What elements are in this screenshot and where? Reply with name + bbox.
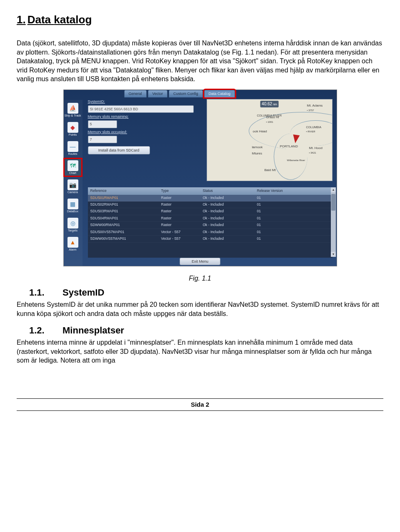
tab-bar: GeneralVectorCustom ConfigData Catalog — [124, 90, 235, 97]
catalog-form-panel: SystemID: SI 981E 425E 560A 6613 BD Memo… — [88, 99, 198, 154]
heading-1: 1.Data katalog — [17, 12, 383, 27]
map-label: lamook — [252, 145, 263, 150]
table-cell: SDUS03RMAP01 — [90, 209, 161, 214]
sidebar-item-label: Ship & Track — [65, 114, 81, 117]
map-preview[interactable]: 40.62 nm Mt. Adams• 3757COLUMBIA RIVERGr… — [207, 99, 332, 181]
chart-data-table[interactable]: ReferenceTypeStatusRelease Version SDUS0… — [88, 187, 332, 258]
table-cell: SDWW00VS57MAP01 — [90, 236, 161, 241]
ship-track-icon: ⛵ — [68, 103, 78, 114]
table-row[interactable]: SDWW00VS57MAP01Vector - S57Ok - Included… — [88, 236, 332, 242]
scroll-down-icon[interactable]: ▾ — [331, 252, 336, 257]
mem-occupied-label: Memory slots occupied: — [88, 129, 198, 134]
sidebar-item-label: Alarm — [69, 248, 76, 251]
table-cell: Raster — [161, 216, 203, 221]
table-row[interactable]: SDUS04RMAP01RasterOk - Included01 — [88, 215, 332, 222]
heading-1-word-a: Data — [28, 13, 51, 26]
map-label: PORTLAND — [280, 144, 298, 149]
scroll-up-icon[interactable]: ▴ — [331, 187, 336, 192]
figure-1-1-screenshot: GeneralVectorCustom ConfigData Catalog ⛵… — [63, 89, 337, 266]
table-scrollbar[interactable]: ▴ ▾ — [331, 187, 336, 257]
map-label: Willamette River — [287, 159, 305, 162]
sidebar-item-targets[interactable]: ◎Targets — [64, 216, 82, 234]
sidebar-item-label: Targets — [68, 229, 78, 232]
targets-icon: ◎ — [68, 218, 78, 229]
table-header-cell[interactable]: Release Version — [257, 189, 330, 193]
table-cell: Vector - S57 — [161, 236, 203, 241]
routes-icon: — — [68, 141, 78, 152]
section-1-2-body: Enhetens interna minne är uppdelat i "mi… — [17, 338, 383, 365]
table-cell: SDWW00RMAP01 — [90, 223, 161, 227]
table-cell: 01 — [257, 209, 330, 214]
table-cell: Ok - Included — [203, 202, 257, 207]
mem-occupied-field[interactable]: 7 — [88, 136, 117, 143]
map-scale-unit: nm — [273, 102, 277, 106]
sidebar-item-label: Points — [69, 133, 77, 136]
mem-remaining-label: Memory slots remaining: — [88, 114, 198, 119]
sidebar-item-label: DataBox — [67, 210, 78, 213]
table-cell: SDUS00VS57MAP01 — [90, 230, 161, 234]
sidebar-item-camera[interactable]: 📷Camera — [64, 177, 82, 196]
heading-1-1-number: 1.1. — [29, 286, 62, 299]
table-cell: Ok - Included — [203, 209, 257, 214]
tab-data-catalog[interactable]: Data Catalog — [204, 90, 235, 97]
section-1-1-body: Enhetens SystemID är det unika nummer på… — [17, 300, 383, 318]
table-cell: Ok - Included — [203, 223, 257, 227]
table-row[interactable]: SDUS01RMAP01RasterOk - Included01 — [88, 195, 332, 201]
table-header-cell[interactable]: Type — [161, 189, 203, 193]
table-header-cell[interactable]: Reference — [90, 189, 161, 193]
heading-1-word-b: katalog — [54, 13, 92, 26]
install-from-sdcard-button[interactable]: Install data from SDCard — [88, 146, 150, 154]
tab-general[interactable]: General — [124, 90, 147, 97]
table-cell: Raster — [161, 202, 203, 207]
sidebar-item-databox[interactable]: ▦DataBox — [64, 196, 82, 215]
table-cell: 01 — [257, 230, 330, 234]
table-row[interactable]: SDUS03RMAP01RasterOk - Included01 — [88, 208, 332, 215]
tab-vector[interactable]: Vector — [148, 90, 168, 97]
map-label: Mt. Hood• 3421 — [309, 146, 322, 155]
map-scale-value: 40.62 — [262, 101, 272, 107]
table-header-cell[interactable]: Status — [203, 189, 257, 193]
sidebar-item-alarm[interactable]: ▲Alarm — [64, 235, 82, 253]
sidebar-item-label: Camera — [68, 191, 78, 194]
table-cell: 01 — [257, 202, 330, 207]
table-cell: Raster — [161, 209, 203, 214]
sidebar-item-routes[interactable]: —Routes — [64, 139, 82, 157]
table-cell: Raster — [161, 196, 203, 200]
sidebar-item-ship-track[interactable]: ⛵Ship & Track — [64, 101, 82, 119]
mem-remaining-field[interactable]: 5 — [88, 120, 117, 128]
table-cell: Ok - Included — [203, 236, 257, 241]
table-cell: Ok - Included — [203, 216, 257, 221]
intro-paragraph: Data (sjökort, satellitfoto, 3D djupdata… — [17, 39, 383, 84]
chart-icon: 🗺 — [68, 160, 78, 171]
systemid-field[interactable]: SI 981E 425E 560A 6613 BD — [88, 105, 194, 113]
heading-1-2-number: 1.2. — [29, 324, 62, 337]
table-cell: 01 — [257, 196, 330, 200]
scroll-thumb[interactable] — [331, 194, 335, 211]
table-row[interactable]: SDWW00RMAP01RasterOk - Included01 — [88, 222, 332, 229]
table-cell: 01 — [257, 223, 330, 227]
table-row[interactable]: SDUS02RMAP01RasterOk - Included01 — [88, 201, 332, 208]
map-label: Bald Mt — [265, 168, 276, 173]
tab-custom-config[interactable]: Custom Config — [169, 90, 203, 97]
heading-1-number: 1. — [17, 13, 26, 26]
exit-menu-button[interactable]: Exit Menu — [180, 258, 220, 265]
table-cell: SDUS01RMAP01 — [90, 196, 161, 200]
footer-rule-bottom — [17, 410, 383, 411]
heading-1-2-title: Minnesplatser — [62, 325, 124, 336]
map-label: ook Head — [253, 129, 267, 134]
alarm-icon: ▲ — [68, 237, 78, 248]
table-cell: Raster — [161, 223, 203, 227]
heading-1-1: 1.1.SystemID — [29, 286, 383, 299]
sidebar-item-points[interactable]: ◆Points — [64, 120, 82, 138]
map-label: Grass Hl• 1001 — [266, 115, 279, 124]
table-cell: SDUS02RMAP01 — [90, 202, 161, 207]
map-label: Mtures — [252, 152, 262, 156]
map-label: COLUMBIA• RIVER — [306, 125, 322, 133]
table-cell: Ok - Included — [203, 230, 257, 234]
table-row[interactable]: SDUS00VS57MAP01Vector - S57Ok - Included… — [88, 229, 332, 236]
databox-icon: ▦ — [68, 199, 78, 209]
sidebar-item-label: Chart — [69, 172, 76, 174]
map-label: Mt. Adams• 3757 — [307, 104, 323, 113]
table-cell: 01 — [257, 216, 330, 221]
sidebar-item-chart[interactable]: 🗺Chart — [64, 158, 82, 177]
